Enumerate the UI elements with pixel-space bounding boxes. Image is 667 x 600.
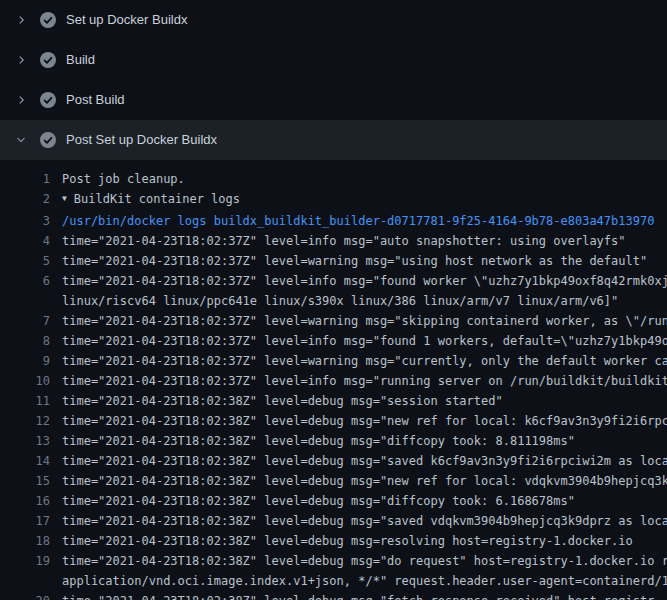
log-line-number[interactable]: 19 — [0, 551, 50, 571]
log-line-number[interactable]: 5 — [0, 251, 50, 271]
log-line-text: time="2021-04-23T18:02:37Z" level=warnin… — [50, 311, 667, 331]
log-line: application/vnd.oci.image.index.v1+json,… — [0, 571, 667, 591]
log-line-number[interactable]: 16 — [0, 491, 50, 511]
log-line-number[interactable]: 1 — [0, 169, 50, 189]
log-line-number[interactable] — [0, 571, 50, 591]
section-label: Post Set up Docker Buildx — [66, 132, 217, 148]
log-line: 3 /usr/bin/docker logs buildx_buildkit_b… — [0, 211, 667, 231]
log-line: linux/riscv64 linux/ppc641e linux/s390x … — [0, 291, 667, 311]
log-line-text: time="2021-04-23T18:02:37Z" level=info m… — [50, 231, 626, 251]
log-line-text: Post job cleanup. — [50, 169, 185, 189]
log-line-number[interactable]: 15 — [0, 471, 50, 491]
section-row-set-up-docker-buildx[interactable]: Set up Docker Buildx — [0, 0, 667, 40]
log-line-number[interactable]: 18 — [0, 531, 50, 551]
log-line-text: time="2021-04-23T18:02:38Z" level=debug … — [50, 491, 575, 511]
section-row-build[interactable]: Build — [0, 40, 667, 80]
log-line-number[interactable]: 8 — [0, 331, 50, 351]
log-line-text: /usr/bin/docker logs buildx_buildkit_bui… — [50, 211, 654, 231]
log-line: 14 time="2021-04-23T18:02:38Z" level=deb… — [0, 451, 667, 471]
chevron-down-icon — [13, 132, 29, 148]
log-line: 18 time="2021-04-23T18:02:38Z" level=deb… — [0, 531, 667, 551]
log-line: 10 time="2021-04-23T18:02:37Z" level=inf… — [0, 371, 667, 391]
log-line-text: time="2021-04-23T18:02:38Z" level=debug … — [50, 471, 667, 491]
log-line-number[interactable]: 3 — [0, 211, 50, 231]
log-line-text: linux/riscv64 linux/ppc641e linux/s390x … — [50, 291, 618, 311]
log-line: 8 time="2021-04-23T18:02:37Z" level=info… — [0, 331, 667, 351]
log-line-text: time="2021-04-23T18:02:38Z" level=debug … — [50, 451, 667, 471]
log-line: 11 time="2021-04-23T18:02:38Z" level=deb… — [0, 391, 667, 411]
log-line-number[interactable] — [0, 291, 50, 311]
log-line-text: time="2021-04-23T18:02:37Z" level=info m… — [50, 371, 667, 391]
log-line: 20 time="2021-04-23T18:02:38Z" level=deb… — [0, 591, 667, 600]
log-line: 19 time="2021-04-23T18:02:38Z" level=deb… — [0, 551, 667, 571]
log-line-number[interactable]: 11 — [0, 391, 50, 411]
log-line-number[interactable]: 17 — [0, 511, 50, 531]
log-line-text: ▼BuildKit container logs — [50, 189, 240, 211]
check-circle-icon — [40, 132, 56, 148]
log-line-number[interactable]: 10 — [0, 371, 50, 391]
log-line: 15 time="2021-04-23T18:02:38Z" level=deb… — [0, 471, 667, 491]
log-line-number[interactable]: 9 — [0, 351, 50, 371]
log-line-text: time="2021-04-23T18:02:38Z" level=debug … — [50, 531, 633, 551]
chevron-right-icon — [13, 52, 29, 68]
log-line: 7 time="2021-04-23T18:02:37Z" level=warn… — [0, 311, 667, 331]
log-line: 17 time="2021-04-23T18:02:38Z" level=deb… — [0, 511, 667, 531]
log-line: 6 time="2021-04-23T18:02:37Z" level=info… — [0, 271, 667, 291]
log-line-text: time="2021-04-23T18:02:38Z" level=debug … — [50, 411, 667, 431]
step-section-list: Set up Docker Buildx Build Post Build — [0, 0, 667, 160]
log-line-number[interactable]: 13 — [0, 431, 50, 451]
section-row-post-build[interactable]: Post Build — [0, 80, 667, 120]
log-line: 13 time="2021-04-23T18:02:38Z" level=deb… — [0, 431, 667, 451]
log-line-number[interactable]: 6 — [0, 271, 50, 291]
log-line-number[interactable]: 20 — [0, 591, 50, 600]
section-label: Build — [66, 52, 95, 68]
section-label: Post Build — [66, 92, 125, 108]
log-line-text: time="2021-04-23T18:02:37Z" level=info m… — [50, 331, 667, 351]
log-line-text: time="2021-04-23T18:02:37Z" level=warnin… — [50, 351, 667, 371]
log-line-number[interactable]: 2 — [0, 189, 50, 211]
actions-log-viewer: Set up Docker Buildx Build Post Build — [0, 0, 667, 600]
log-line[interactable]: 2 ▼BuildKit container logs — [0, 189, 667, 211]
log-line: 1 Post job cleanup. — [0, 169, 667, 189]
log-line-text: time="2021-04-23T18:02:38Z" level=debug … — [50, 431, 575, 451]
log-line: 5 time="2021-04-23T18:02:37Z" level=warn… — [0, 251, 667, 271]
log-line-text: application/vnd.oci.image.index.v1+json,… — [50, 571, 667, 591]
check-circle-icon — [40, 12, 56, 28]
log-line-number[interactable]: 7 — [0, 311, 50, 331]
log-line-number[interactable]: 4 — [0, 231, 50, 251]
log-line-text: time="2021-04-23T18:02:38Z" level=debug … — [50, 391, 503, 411]
chevron-right-icon — [13, 12, 29, 28]
log-lines: 1 Post job cleanup. 2 ▼BuildKit containe… — [0, 160, 667, 600]
chevron-right-icon — [13, 92, 29, 108]
log-line-text: time="2021-04-23T18:02:37Z" level=warnin… — [50, 251, 647, 271]
section-label: Set up Docker Buildx — [66, 12, 187, 28]
check-circle-icon — [40, 52, 56, 68]
group-toggle-icon[interactable]: ▼ — [62, 189, 67, 209]
section-row-post-set-up-docker-buildx[interactable]: Post Set up Docker Buildx — [0, 120, 667, 160]
log-line-text: time="2021-04-23T18:02:38Z" level=debug … — [50, 591, 654, 600]
log-line-text: time="2021-04-23T18:02:38Z" level=debug … — [50, 511, 667, 531]
log-line: 16 time="2021-04-23T18:02:38Z" level=deb… — [0, 491, 667, 511]
log-line-text: time="2021-04-23T18:02:37Z" level=info m… — [50, 271, 667, 291]
log-line-number[interactable]: 12 — [0, 411, 50, 431]
log-line: 12 time="2021-04-23T18:02:38Z" level=deb… — [0, 411, 667, 431]
log-line-text: time="2021-04-23T18:02:38Z" level=debug … — [50, 551, 667, 571]
check-circle-icon — [40, 92, 56, 108]
log-line-number[interactable]: 14 — [0, 451, 50, 471]
log-line: 9 time="2021-04-23T18:02:37Z" level=warn… — [0, 351, 667, 371]
log-line: 4 time="2021-04-23T18:02:37Z" level=info… — [0, 231, 667, 251]
